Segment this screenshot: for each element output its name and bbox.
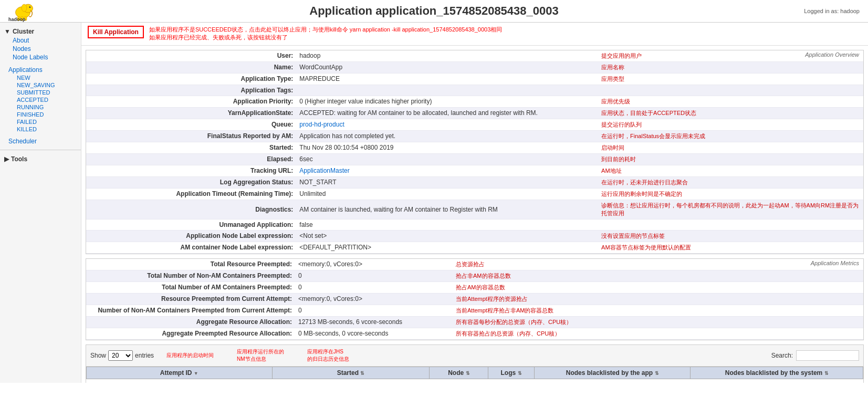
col-node[interactable]: Node ⇅ [430, 367, 488, 379]
overview-row-cn: AM地址 [599, 165, 863, 176]
overview-row-cn: AM容器节点标签为使用默认的配置 [599, 242, 863, 253]
kill-application-button[interactable]: Kill Application [88, 26, 144, 38]
sidebar: ▼ Cluster About Nodes Node Labels Applic… [0, 23, 81, 383]
col-logs[interactable]: Logs ⇅ [488, 367, 535, 379]
tools-section-title[interactable]: ▶ Tools [4, 154, 77, 164]
table-header-row: Attempt ID ▼ Started ⇅ Node ⇅ Logs [87, 367, 863, 379]
overview-row-value: 6sec [297, 153, 599, 165]
content-area: Kill Application 如果应用程序不是SUCCEEDED状态，点击此… [81, 23, 868, 383]
table-row: Total Number of AM Containers Preempted:… [86, 281, 863, 293]
search-area: Search: [771, 350, 859, 361]
metrics-row-label: Aggregate Resource Allocation: [86, 316, 296, 328]
tools-arrow-icon: ▶ [4, 155, 9, 163]
sidebar-item-scheduler[interactable]: Scheduler [4, 137, 77, 145]
sidebar-item-node-labels[interactable]: Node Labels [4, 53, 77, 61]
hadoop-logo-icon: hadoop [8, 0, 40, 24]
search-input[interactable] [796, 350, 859, 361]
sidebar-item-failed[interactable]: FAILED [4, 118, 77, 126]
overview-row-cn: 在运行时，还未开始进行日志聚合 [599, 176, 863, 188]
overview-row-value [297, 85, 599, 96]
entries-select[interactable]: 20 50 100 [108, 350, 133, 361]
svg-text:hadoop: hadoop [8, 17, 26, 22]
overview-row-value: Thu Nov 28 00:10:54 +0800 2019 [297, 142, 599, 153]
overview-row-value: AM container is launched, waiting for AM… [297, 200, 599, 219]
metrics-table: Total Resource Preempted:<memory:0, vCor… [86, 259, 863, 340]
sidebar-item-about[interactable]: About [4, 36, 77, 45]
sidebar-item-killed[interactable]: KILLED [4, 126, 77, 133]
overview-value-link[interactable]: prod-hd-product [299, 121, 344, 128]
metrics-row-label: Total Number of Non-AM Containers Preemp… [86, 270, 296, 281]
sidebar-item-finished[interactable]: FINISHED [4, 111, 77, 118]
overview-row-label: Application Timeout (Remaining Time): [86, 188, 297, 200]
table-row: Number of Non-AM Containers Preempted fr… [86, 305, 863, 316]
table-row: Queue:prod-hd-product提交运行的队列 [86, 119, 863, 130]
sidebar-item-new[interactable]: NEW [4, 74, 77, 81]
overview-row-label: Started: [86, 142, 297, 153]
tools-section: ▶ Tools [0, 152, 81, 166]
overview-table: User:hadoop提交应用的用户Name:WordCountApp应用名称A… [86, 50, 863, 254]
overview-row-cn: 应用类型 [599, 73, 863, 85]
sidebar-item-nodes[interactable]: Nodes [4, 45, 77, 53]
sidebar-applications-label[interactable]: Applications [4, 66, 77, 74]
overview-row-cn [599, 219, 863, 230]
overview-row-label: Application Node Label expression: [86, 230, 297, 242]
sort-icon-blacklist-app: ⇅ [655, 371, 659, 376]
col-attempt-id[interactable]: Attempt ID ▼ [87, 367, 273, 379]
col-blacklisted-system[interactable]: Nodes blacklisted by the system ⇅ [691, 367, 863, 379]
overview-row-label: Application Priority: [86, 96, 297, 107]
overview-row-label: AM container Node Label expression: [86, 242, 297, 253]
sidebar-item-new-saving[interactable]: NEW_SAVING [4, 81, 77, 89]
table-row: Unmanaged Application:false [86, 219, 863, 230]
metrics-panel-title: Application Metrics [811, 260, 859, 266]
page-title: Application application_1574852085438_00… [309, 4, 558, 18]
overview-row-value: ApplicationMaster [297, 165, 599, 176]
overview-row-value: Application has not completed yet. [297, 130, 599, 142]
overview-panel-title: Application Overview [805, 51, 859, 58]
overview-row-value: WordCountApp [297, 61, 599, 73]
table-row: Tracking URL:ApplicationMasterAM地址 [86, 165, 863, 176]
overview-row-cn: 应用名称 [599, 61, 863, 73]
kill-message-line1: 如果应用程序不是SUCCEEDED状态，点击此处可以终止应用；与使用kill命令… [149, 26, 502, 34]
table-row: Aggregate Preempted Resource Allocation:… [86, 328, 863, 339]
overview-value-link[interactable]: ApplicationMaster [299, 167, 349, 174]
sort-icon-blacklist-sys: ⇅ [824, 371, 829, 376]
col-blacklisted-app[interactable]: Nodes blacklisted by the app ⇅ [534, 367, 691, 379]
table-row: appattempt_1574852085438_0003_000001这个程序… [87, 379, 863, 383]
cluster-section-title[interactable]: ▼ Cluster [4, 27, 77, 36]
sidebar-item-submitted[interactable]: SUBMITTED [4, 89, 77, 96]
table-row: YarnApplicationState:ACCEPTED: waiting f… [86, 107, 863, 119]
overview-row-value: MAPREDUCE [297, 73, 599, 85]
metrics-row-label: Total Number of AM Containers Preempted: [86, 281, 296, 293]
kill-message: 如果应用程序不是SUCCEEDED状态，点击此处可以终止应用；与使用kill命令… [149, 26, 502, 42]
metrics-row-value: 0 [296, 270, 454, 281]
metrics-row-value: 0 MB-seconds, 0 vcore-seconds [296, 328, 454, 339]
search-label: Search: [771, 352, 793, 359]
attempt-blacklisted-sys-cell: 0 [691, 379, 863, 383]
overview-row-value: prod-hd-product [297, 119, 599, 130]
entries-label: entries [135, 352, 154, 359]
svg-point-2 [29, 6, 31, 8]
arrow-icon: ▼ [4, 28, 11, 35]
header: hadoop Application application_157485208… [0, 0, 868, 23]
col-started[interactable]: Started ⇅ [272, 367, 430, 379]
overview-row-label: FinalStatus Reported by AM: [86, 130, 297, 142]
col-cn-node: 应用程序运行所在的NM节点信息 [237, 348, 284, 363]
overview-row-label: Application Tags: [86, 85, 297, 96]
attempt-blacklisted-app-cell: 0 [534, 379, 691, 383]
metrics-row-value: 12713 MB-seconds, 6 vcore-seconds [296, 316, 454, 328]
sidebar-item-running[interactable]: RUNNING [4, 103, 77, 111]
overview-row-label: Log Aggregation Status: [86, 176, 297, 188]
application-overview-panel: Application Overview User:hadoop提交应用的用户N… [86, 50, 864, 254]
attempt-logs-cell: Logs [488, 379, 535, 383]
metrics-row-label: Number of Non-AM Containers Preempted fr… [86, 305, 296, 316]
overview-row-cn: 在运行时，FinalStatus会显示应用未完成 [599, 130, 863, 142]
sidebar-item-accepted[interactable]: ACCEPTED [4, 96, 77, 103]
attempt-id-link[interactable]: appattempt_1574852085438_0003_000001 [91, 382, 203, 383]
metrics-row-label: Resource Preempted from Current Attempt: [86, 293, 296, 305]
metrics-row-value: 0 [296, 281, 454, 293]
table-row: Application Node Label expression:<Not s… [86, 230, 863, 242]
metrics-row-label: Aggregate Preempted Resource Allocation: [86, 328, 296, 339]
overview-row-label: Name: [86, 61, 297, 73]
overview-row-value: <DEFAULT_PARTITION> [297, 242, 599, 253]
metrics-row-label: Total Resource Preempted: [86, 259, 296, 270]
